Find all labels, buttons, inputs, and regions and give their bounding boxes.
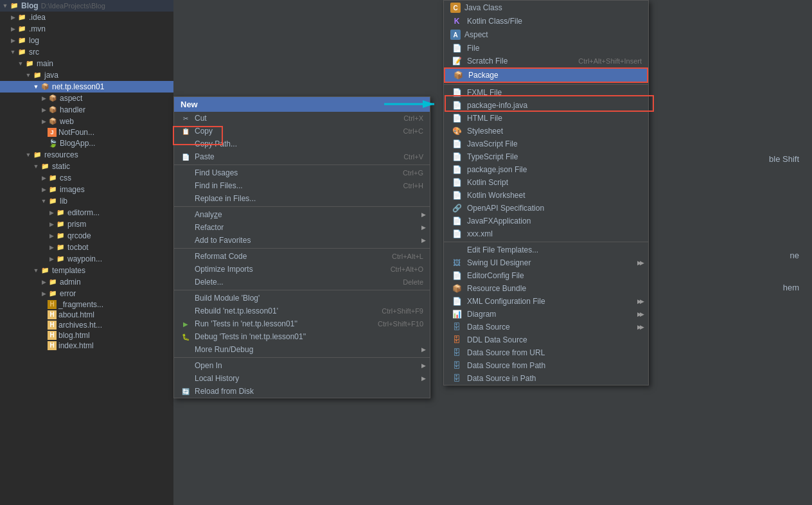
new-submenu-data-source-path[interactable]: 🗄 Data Source from Path (444, 359, 648, 372)
menu-item-rebuild[interactable]: Rebuild 'net.tp.lesson01' Ctrl+Shift+F9 (174, 305, 430, 317)
new-submenu-javafx[interactable]: 📄 JavaFXApplication (444, 215, 648, 227)
html-new-icon: 📄 (450, 114, 463, 123)
tree-item-static[interactable]: ▼ 📁 static (0, 161, 173, 172)
new-submenu-label-package-json: package.json File (467, 165, 527, 174)
tree-item-handler[interactable]: ▶ 📦 handler (0, 104, 173, 116)
new-submenu-kotlin-script[interactable]: 📄 Kotlin Script (444, 176, 648, 189)
menu-item-build-module[interactable]: Build Module 'Blog' (174, 292, 430, 305)
new-submenu-fxml[interactable]: 📄 FXML File (444, 86, 648, 99)
tree-item-tocbot[interactable]: ▶ 📁 tocbot (0, 242, 173, 253)
new-submenu-scratch[interactable]: 📝 Scratch File Ctrl+Alt+Shift+Insert (444, 55, 648, 67)
menu-item-local-history[interactable]: Local History (174, 372, 430, 385)
tree-item-blog-html[interactable]: H blog.html (0, 330, 173, 341)
menu-item-add-favorites[interactable]: Add to Favorites (174, 234, 430, 247)
html-icon-archives: H (48, 321, 57, 330)
spring-icon-blogapp: 🍃 (48, 138, 58, 148)
menu-item-copy-path[interactable]: Copy Path... (174, 137, 430, 150)
menu-item-find-in-files[interactable]: Find in Files... Ctrl+H (174, 179, 430, 192)
new-submenu-package-info[interactable]: 📄 package-info.java (444, 99, 648, 112)
menu-item-analyze[interactable]: Analyze (174, 208, 430, 221)
new-submenu-data-source-url[interactable]: 🗄 Data Source from URL (444, 346, 648, 359)
menu-item-open-in[interactable]: Open In (174, 359, 430, 372)
tree-item-notfound[interactable]: J NotFoun... (0, 127, 173, 137)
openapi-icon: 🔗 (450, 204, 463, 213)
tree-item-resources[interactable]: ▼ 📁 resources (0, 149, 173, 161)
new-submenu-xml-config[interactable]: 📄 XML Configuration File ▶ (444, 295, 648, 308)
menu-item-run-tests[interactable]: ▶ Run 'Tests in 'net.tp.lesson01'' Ctrl+… (174, 317, 430, 330)
package-icon-handler: 📦 (48, 105, 58, 115)
tree-item-fragments[interactable]: H _fragments... (0, 299, 173, 310)
menu-item-reload[interactable]: 🔄 Reload from Disk (174, 385, 430, 398)
new-submenu-xxx-xml[interactable]: 📄 xxx.xml (444, 227, 648, 240)
tree-item-log[interactable]: ▶ 📁 log (0, 35, 173, 46)
new-submenu-file[interactable]: 📄 File (444, 42, 648, 55)
new-submenu-ddl-data-source[interactable]: 🗄 DDL Data Source (444, 333, 648, 346)
new-submenu-resource-bundle[interactable]: 📦 Resource Bundle (444, 282, 648, 295)
new-submenu-swing-designer[interactable]: 🖼 Swing UI Designer ▶ (444, 256, 648, 269)
tree-item-blogapp[interactable]: 🍃 BlogApp... (0, 137, 173, 149)
new-submenu-package-json[interactable]: 📄 package.json File (444, 163, 648, 176)
tree-item-templates[interactable]: ▼ 📁 templates (0, 265, 173, 276)
editorconfig-icon: 📄 (450, 271, 463, 280)
tree-item-lib[interactable]: ▼ 📁 lib (0, 195, 173, 207)
menu-item-copy[interactable]: 📋 Copy Ctrl+C (174, 125, 430, 137)
new-submenu-openapi[interactable]: 🔗 OpenAPI Specification (444, 202, 648, 215)
tree-item-images[interactable]: ▶ 📁 images (0, 184, 173, 195)
new-submenu-label-diagram: Diagram (467, 310, 496, 319)
tree-item-admin[interactable]: ▶ 📁 admin (0, 276, 173, 288)
tree-item-web[interactable]: ▶ 📦 web (0, 116, 173, 127)
tree-item-main[interactable]: ▼ 📁 main (0, 58, 173, 69)
new-submenu-kotlin-worksheet[interactable]: 📄 Kotlin Worksheet (444, 189, 648, 202)
folder-icon-lib: 📁 (48, 196, 58, 206)
menu-item-replace-in-files[interactable]: Replace in Files... (174, 192, 430, 205)
new-submenu-edit-templates[interactable]: Edit File Templates... (444, 244, 648, 256)
new-submenu-java-class[interactable]: C Java Class (444, 1, 648, 15)
folder-icon-admin: 📁 (48, 277, 58, 287)
new-submenu-data-source-in-path[interactable]: 🗄 Data Source in Path (444, 372, 648, 385)
tree-item-error[interactable]: ▶ 📁 error (0, 288, 173, 299)
menu-label-run-tests: Run 'Tests in 'net.tp.lesson01'' (195, 319, 297, 328)
new-submenu-diagram[interactable]: 📊 Diagram ▶ (444, 308, 648, 321)
menu-label-open-in: Open In (195, 361, 222, 370)
tree-item-src[interactable]: ▼ 📁 src (0, 46, 173, 58)
tree-item-aspect[interactable]: ▶ 📦 aspect (0, 93, 173, 104)
menu-item-more-run[interactable]: More Run/Debug (174, 343, 430, 356)
menu-item-find-usages[interactable]: Find Usages Ctrl+G (174, 166, 430, 179)
menu-item-cut[interactable]: ✂ Cut Ctrl+X (174, 112, 430, 125)
tree-item-blog[interactable]: ▼ 📁 Blog D:\IdeaProjects\Blog (0, 0, 173, 12)
tree-item-archives[interactable]: H archives.ht... (0, 320, 173, 330)
tree-item-qrcode[interactable]: ▶ 📁 qrcode (0, 230, 173, 242)
tree-item-index[interactable]: H index.html (0, 341, 173, 351)
new-submenu-aspect[interactable]: A Aspect (444, 28, 648, 42)
menu-item-refactor[interactable]: Refactor (174, 221, 430, 234)
new-submenu-js[interactable]: 📄 JavaScript File (444, 137, 648, 150)
tree-item-prism[interactable]: ▶ 📁 prism (0, 218, 173, 230)
new-submenu-data-source[interactable]: 🗄 Data Source ▶ (444, 321, 648, 333)
tree-item-about[interactable]: H about.html (0, 310, 173, 320)
menu-label-optimize: Optimize Imports (195, 265, 253, 274)
menu-item-reformat[interactable]: Reformat Code Ctrl+Alt+L (174, 250, 430, 263)
tree-item-mvn[interactable]: ▶ 📁 .mvn (0, 23, 173, 35)
new-submenu-package[interactable]: 📦 Package (444, 67, 648, 83)
tree-label-blogapp: BlogApp... (60, 139, 95, 148)
tree-item-idea[interactable]: ▶ 📁 .idea (0, 12, 173, 23)
menu-label-local-history: Local History (195, 374, 239, 383)
tree-item-editorm[interactable]: ▶ 📁 editorm... (0, 207, 173, 218)
menu-item-delete[interactable]: Delete... Delete (174, 276, 430, 288)
new-submenu-stylesheet[interactable]: 🎨 Stylesheet (444, 125, 648, 137)
menu-item-optimize[interactable]: Optimize Imports Ctrl+Alt+O (174, 263, 430, 276)
tree-label-java: java (44, 71, 58, 80)
menu-item-paste[interactable]: 📄 Paste Ctrl+V (174, 150, 430, 163)
new-submenu-html[interactable]: 📄 HTML File (444, 112, 648, 125)
tree-item-net-tp-lesson01[interactable]: ▼ 📦 net.tp.lesson01 (0, 81, 173, 93)
arrow-java: ▼ (24, 72, 32, 78)
new-submenu-editorconfig[interactable]: 📄 EditorConfig File (444, 269, 648, 282)
new-submenu-ts[interactable]: 📄 TypeScript File (444, 150, 648, 163)
tree-item-waypoint[interactable]: ▶ 📁 waypoin... (0, 253, 173, 265)
tree-item-java[interactable]: ▼ 📁 java (0, 69, 173, 81)
new-submenu-kotlin-class[interactable]: K Kotlin Class/File (444, 15, 648, 28)
folder-icon-main: 📁 (24, 58, 35, 69)
menu-item-debug-tests[interactable]: 🐛 Debug 'Tests in 'net.tp.lesson01'' (174, 330, 430, 343)
separator-1 (174, 164, 430, 165)
tree-item-css[interactable]: ▶ 📁 css (0, 172, 173, 184)
